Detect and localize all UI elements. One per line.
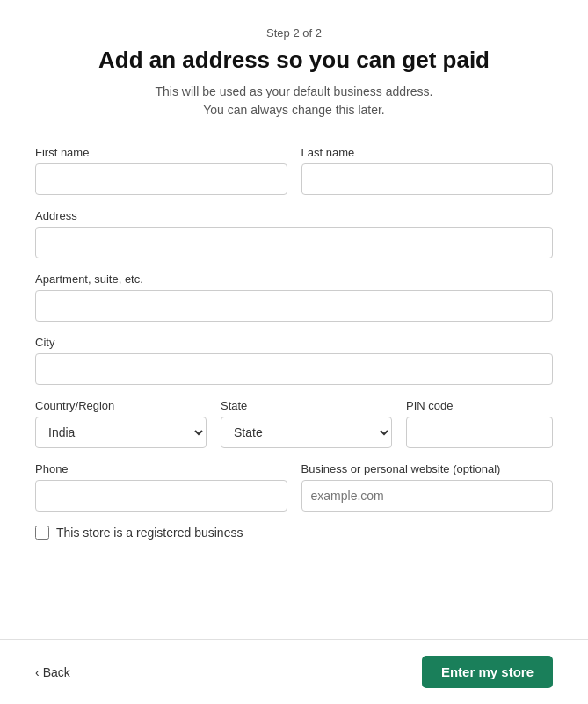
page-title: Add an address so you can get paid — [35, 47, 553, 74]
city-row: City — [35, 336, 553, 385]
state-group: State State — [221, 399, 392, 448]
pin-group: PIN code — [406, 399, 553, 448]
address-input[interactable] — [35, 227, 553, 258]
last-name-label: Last name — [301, 146, 554, 159]
website-group: Business or personal website (optional) — [301, 462, 554, 512]
back-button[interactable]: ‹ Back — [35, 665, 70, 679]
phone-group: Phone — [35, 462, 287, 512]
subtitle-line2: You can always change this later. — [203, 103, 385, 117]
address-group: Address — [35, 209, 553, 258]
back-chevron-icon: ‹ — [35, 665, 40, 679]
first-name-group: First name — [35, 146, 287, 195]
first-name-input[interactable] — [35, 163, 287, 195]
footer: ‹ Back Enter my store — [0, 639, 588, 704]
address-row: Address — [35, 209, 553, 258]
contact-row: Phone Business or personal website (opti… — [35, 462, 553, 512]
apartment-label: Apartment, suite, etc. — [35, 272, 553, 286]
registered-business-checkbox[interactable] — [35, 526, 49, 540]
address-form: First name Last name Address Apartment, … — [35, 146, 553, 540]
pin-label: PIN code — [406, 399, 553, 412]
city-label: City — [35, 336, 553, 349]
registered-business-label: This store is a registered business — [56, 526, 243, 540]
enter-store-button[interactable]: Enter my store — [422, 656, 553, 688]
apartment-input[interactable] — [35, 290, 553, 322]
country-select[interactable]: India United States United Kingdom — [35, 417, 207, 448]
country-group: Country/Region India United States Unite… — [35, 399, 207, 448]
phone-label: Phone — [35, 462, 287, 475]
page-subtitle: This will be used as your default busine… — [35, 83, 553, 120]
website-label: Business or personal website (optional) — [301, 462, 554, 475]
pin-input[interactable] — [406, 417, 553, 448]
website-input[interactable] — [301, 480, 554, 512]
back-label: Back — [43, 665, 70, 679]
last-name-group: Last name — [301, 146, 554, 195]
country-label: Country/Region — [35, 399, 207, 412]
last-name-input[interactable] — [301, 163, 554, 195]
city-input[interactable] — [35, 353, 553, 385]
region-row: Country/Region India United States Unite… — [35, 399, 553, 448]
subtitle-line1: This will be used as your default busine… — [156, 84, 433, 98]
step-label: Step 2 of 2 — [35, 26, 553, 40]
phone-input[interactable] — [35, 480, 287, 512]
address-label: Address — [35, 209, 553, 222]
city-group: City — [35, 336, 553, 385]
apartment-row: Apartment, suite, etc. — [35, 272, 553, 322]
main-content: Step 2 of 2 Add an address so you can ge… — [0, 0, 588, 639]
state-label: State — [221, 399, 392, 412]
name-row: First name Last name — [35, 146, 553, 195]
registered-business-row: This store is a registered business — [35, 526, 553, 540]
first-name-label: First name — [35, 146, 287, 159]
state-select[interactable]: State — [221, 417, 392, 448]
apartment-group: Apartment, suite, etc. — [35, 272, 553, 322]
